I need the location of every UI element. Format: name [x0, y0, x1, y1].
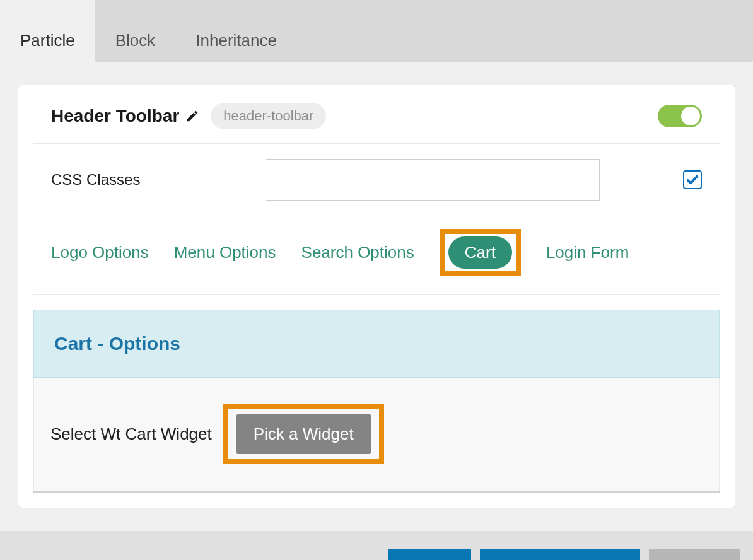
- tab-inheritance[interactable]: Inheritance: [175, 0, 297, 62]
- panel-title: Header Toolbar: [51, 106, 179, 126]
- pencil-icon[interactable]: [185, 109, 199, 123]
- subtab-cart[interactable]: Cart: [448, 236, 512, 269]
- section-title: Cart - Options: [33, 310, 720, 378]
- tab-particle[interactable]: Particle: [0, 0, 95, 62]
- highlight-widget-button: Pick a Widget: [223, 404, 384, 464]
- subtab-logo[interactable]: Logo Options: [51, 243, 149, 262]
- subtab-menu[interactable]: Menu Options: [174, 243, 276, 262]
- option-subtabs: Logo Options Menu Options Search Options…: [33, 216, 720, 295]
- top-tabs: Particle Block Inheritance: [0, 0, 753, 62]
- section-body: Select Wt Cart Widget Pick a Widget: [33, 378, 720, 491]
- settings-panel: Header Toolbar header-toolbar CSS Classe…: [18, 85, 735, 508]
- cart-options-section: Cart - Options Select Wt Cart Widget Pic…: [33, 310, 720, 493]
- apply-button[interactable]: Apply: [388, 549, 471, 560]
- css-classes-row: CSS Classes: [33, 144, 720, 216]
- select-widget-label: Select Wt Cart Widget: [50, 424, 212, 444]
- apply-save-button[interactable]: Apply and Save: [480, 549, 640, 560]
- slug-badge: header-toolbar: [211, 103, 326, 129]
- subtab-search[interactable]: Search Options: [301, 243, 414, 262]
- toggle-knob: [681, 107, 700, 125]
- css-classes-checkbox[interactable]: [683, 170, 702, 189]
- highlight-cart: Cart: [440, 229, 521, 276]
- subtab-login[interactable]: Login Form: [546, 243, 629, 262]
- content-area: Header Toolbar header-toolbar CSS Classe…: [0, 62, 753, 508]
- footer-actions: Apply Apply and Save Cancel: [0, 531, 753, 560]
- app-root: Particle Block Inheritance Header Toolba…: [0, 0, 753, 560]
- pick-widget-button[interactable]: Pick a Widget: [236, 414, 371, 454]
- panel-header: Header Toolbar header-toolbar: [33, 89, 720, 144]
- cancel-button[interactable]: Cancel: [649, 549, 740, 560]
- css-classes-input[interactable]: [266, 159, 600, 201]
- tab-block[interactable]: Block: [95, 0, 176, 62]
- enable-toggle[interactable]: [658, 105, 702, 127]
- css-classes-label: CSS Classes: [51, 171, 266, 189]
